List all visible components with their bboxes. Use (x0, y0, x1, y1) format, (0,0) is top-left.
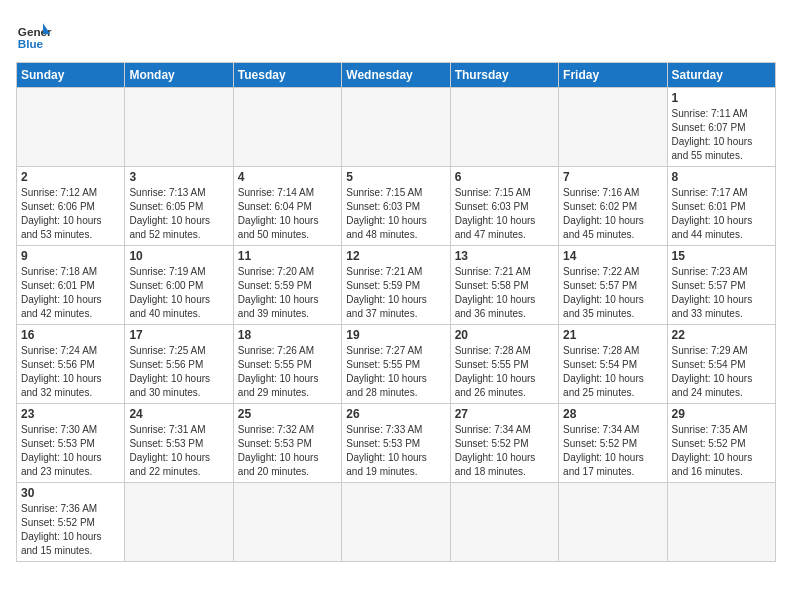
day-info: Sunrise: 7:35 AMSunset: 5:52 PMDaylight:… (672, 423, 771, 479)
calendar-cell: 5Sunrise: 7:15 AMSunset: 6:03 PMDaylight… (342, 167, 450, 246)
day-number: 12 (346, 249, 445, 263)
calendar-cell: 12Sunrise: 7:21 AMSunset: 5:59 PMDayligh… (342, 246, 450, 325)
day-number: 21 (563, 328, 662, 342)
day-number: 15 (672, 249, 771, 263)
header-day-thursday: Thursday (450, 63, 558, 88)
calendar-cell: 9Sunrise: 7:18 AMSunset: 6:01 PMDaylight… (17, 246, 125, 325)
calendar-cell (125, 483, 233, 562)
day-info: Sunrise: 7:19 AMSunset: 6:00 PMDaylight:… (129, 265, 228, 321)
calendar-cell: 20Sunrise: 7:28 AMSunset: 5:55 PMDayligh… (450, 325, 558, 404)
calendar-cell: 10Sunrise: 7:19 AMSunset: 6:00 PMDayligh… (125, 246, 233, 325)
day-info: Sunrise: 7:30 AMSunset: 5:53 PMDaylight:… (21, 423, 120, 479)
calendar-cell: 2Sunrise: 7:12 AMSunset: 6:06 PMDaylight… (17, 167, 125, 246)
header-day-monday: Monday (125, 63, 233, 88)
day-number: 17 (129, 328, 228, 342)
logo: General Blue (16, 16, 52, 52)
day-info: Sunrise: 7:18 AMSunset: 6:01 PMDaylight:… (21, 265, 120, 321)
calendar-week-2: 2Sunrise: 7:12 AMSunset: 6:06 PMDaylight… (17, 167, 776, 246)
calendar-cell: 6Sunrise: 7:15 AMSunset: 6:03 PMDaylight… (450, 167, 558, 246)
day-number: 22 (672, 328, 771, 342)
calendar-cell: 1Sunrise: 7:11 AMSunset: 6:07 PMDaylight… (667, 88, 775, 167)
day-info: Sunrise: 7:15 AMSunset: 6:03 PMDaylight:… (455, 186, 554, 242)
day-number: 25 (238, 407, 337, 421)
day-number: 26 (346, 407, 445, 421)
day-info: Sunrise: 7:23 AMSunset: 5:57 PMDaylight:… (672, 265, 771, 321)
calendar-cell: 28Sunrise: 7:34 AMSunset: 5:52 PMDayligh… (559, 404, 667, 483)
day-info: Sunrise: 7:34 AMSunset: 5:52 PMDaylight:… (455, 423, 554, 479)
day-number: 20 (455, 328, 554, 342)
calendar-cell (342, 483, 450, 562)
day-number: 5 (346, 170, 445, 184)
day-number: 6 (455, 170, 554, 184)
calendar-cell (125, 88, 233, 167)
calendar-cell (342, 88, 450, 167)
calendar-cell: 11Sunrise: 7:20 AMSunset: 5:59 PMDayligh… (233, 246, 341, 325)
calendar-cell (450, 483, 558, 562)
calendar-cell: 17Sunrise: 7:25 AMSunset: 5:56 PMDayligh… (125, 325, 233, 404)
day-number: 2 (21, 170, 120, 184)
calendar-week-5: 23Sunrise: 7:30 AMSunset: 5:53 PMDayligh… (17, 404, 776, 483)
calendar-cell: 8Sunrise: 7:17 AMSunset: 6:01 PMDaylight… (667, 167, 775, 246)
day-number: 18 (238, 328, 337, 342)
calendar-cell (17, 88, 125, 167)
day-info: Sunrise: 7:28 AMSunset: 5:54 PMDaylight:… (563, 344, 662, 400)
day-info: Sunrise: 7:29 AMSunset: 5:54 PMDaylight:… (672, 344, 771, 400)
day-number: 3 (129, 170, 228, 184)
calendar-cell: 29Sunrise: 7:35 AMSunset: 5:52 PMDayligh… (667, 404, 775, 483)
calendar-week-4: 16Sunrise: 7:24 AMSunset: 5:56 PMDayligh… (17, 325, 776, 404)
day-info: Sunrise: 7:21 AMSunset: 5:58 PMDaylight:… (455, 265, 554, 321)
day-info: Sunrise: 7:20 AMSunset: 5:59 PMDaylight:… (238, 265, 337, 321)
day-info: Sunrise: 7:15 AMSunset: 6:03 PMDaylight:… (346, 186, 445, 242)
calendar-table: SundayMondayTuesdayWednesdayThursdayFrid… (16, 62, 776, 562)
header-day-tuesday: Tuesday (233, 63, 341, 88)
day-number: 11 (238, 249, 337, 263)
day-info: Sunrise: 7:22 AMSunset: 5:57 PMDaylight:… (563, 265, 662, 321)
day-info: Sunrise: 7:25 AMSunset: 5:56 PMDaylight:… (129, 344, 228, 400)
calendar-cell (559, 88, 667, 167)
header-day-saturday: Saturday (667, 63, 775, 88)
calendar-week-1: 1Sunrise: 7:11 AMSunset: 6:07 PMDaylight… (17, 88, 776, 167)
logo-icon: General Blue (16, 16, 52, 52)
page-header: General Blue (16, 16, 776, 52)
calendar-cell: 22Sunrise: 7:29 AMSunset: 5:54 PMDayligh… (667, 325, 775, 404)
calendar-cell (233, 483, 341, 562)
day-number: 16 (21, 328, 120, 342)
calendar-week-3: 9Sunrise: 7:18 AMSunset: 6:01 PMDaylight… (17, 246, 776, 325)
day-number: 4 (238, 170, 337, 184)
day-number: 29 (672, 407, 771, 421)
calendar-cell: 14Sunrise: 7:22 AMSunset: 5:57 PMDayligh… (559, 246, 667, 325)
calendar-cell: 23Sunrise: 7:30 AMSunset: 5:53 PMDayligh… (17, 404, 125, 483)
day-number: 30 (21, 486, 120, 500)
day-number: 24 (129, 407, 228, 421)
day-info: Sunrise: 7:33 AMSunset: 5:53 PMDaylight:… (346, 423, 445, 479)
header-day-wednesday: Wednesday (342, 63, 450, 88)
calendar-cell (450, 88, 558, 167)
calendar-cell: 13Sunrise: 7:21 AMSunset: 5:58 PMDayligh… (450, 246, 558, 325)
calendar-cell: 24Sunrise: 7:31 AMSunset: 5:53 PMDayligh… (125, 404, 233, 483)
day-info: Sunrise: 7:14 AMSunset: 6:04 PMDaylight:… (238, 186, 337, 242)
calendar-cell: 4Sunrise: 7:14 AMSunset: 6:04 PMDaylight… (233, 167, 341, 246)
calendar-week-6: 30Sunrise: 7:36 AMSunset: 5:52 PMDayligh… (17, 483, 776, 562)
day-number: 28 (563, 407, 662, 421)
calendar-cell (233, 88, 341, 167)
day-number: 14 (563, 249, 662, 263)
day-info: Sunrise: 7:34 AMSunset: 5:52 PMDaylight:… (563, 423, 662, 479)
calendar-cell: 25Sunrise: 7:32 AMSunset: 5:53 PMDayligh… (233, 404, 341, 483)
day-info: Sunrise: 7:26 AMSunset: 5:55 PMDaylight:… (238, 344, 337, 400)
day-number: 10 (129, 249, 228, 263)
day-number: 7 (563, 170, 662, 184)
day-number: 23 (21, 407, 120, 421)
day-info: Sunrise: 7:13 AMSunset: 6:05 PMDaylight:… (129, 186, 228, 242)
day-info: Sunrise: 7:11 AMSunset: 6:07 PMDaylight:… (672, 107, 771, 163)
day-number: 19 (346, 328, 445, 342)
calendar-cell: 27Sunrise: 7:34 AMSunset: 5:52 PMDayligh… (450, 404, 558, 483)
day-info: Sunrise: 7:28 AMSunset: 5:55 PMDaylight:… (455, 344, 554, 400)
calendar-cell: 15Sunrise: 7:23 AMSunset: 5:57 PMDayligh… (667, 246, 775, 325)
calendar-cell: 7Sunrise: 7:16 AMSunset: 6:02 PMDaylight… (559, 167, 667, 246)
day-number: 9 (21, 249, 120, 263)
day-info: Sunrise: 7:17 AMSunset: 6:01 PMDaylight:… (672, 186, 771, 242)
calendar-cell: 21Sunrise: 7:28 AMSunset: 5:54 PMDayligh… (559, 325, 667, 404)
calendar-header-row: SundayMondayTuesdayWednesdayThursdayFrid… (17, 63, 776, 88)
calendar-body: 1Sunrise: 7:11 AMSunset: 6:07 PMDaylight… (17, 88, 776, 562)
day-number: 13 (455, 249, 554, 263)
